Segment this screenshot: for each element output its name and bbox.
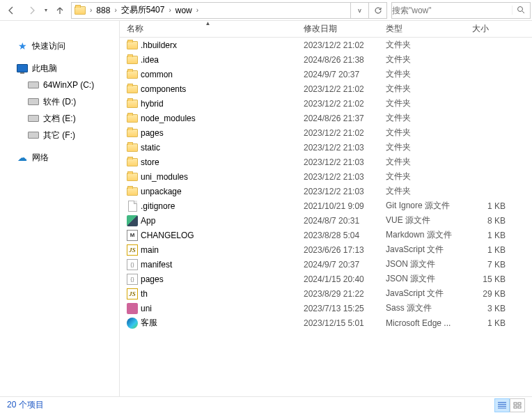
svg-rect-4 <box>518 406 521 408</box>
file-type-icon <box>127 84 138 95</box>
back-button[interactable] <box>1 1 21 20</box>
file-row[interactable]: MCHANGELOG2023/8/28 5:04Markdown 源文件1 KB <box>120 228 532 242</box>
chevron-right-icon[interactable]: › <box>113 6 118 14</box>
file-type-icon: {} <box>127 274 138 285</box>
file-date: 2023/12/2 21:02 <box>297 128 379 138</box>
address-bar[interactable]: › 888 › 交易所5407 › wow › v <box>71 2 387 19</box>
file-type-icon: {} <box>127 259 138 270</box>
sidebar-drive[interactable]: 64WinXP (C:) <box>0 77 119 93</box>
file-name: .hbuilderx <box>141 40 177 50</box>
file-type-icon <box>127 98 138 109</box>
svg-rect-3 <box>514 406 517 408</box>
search-icon[interactable] <box>512 6 530 15</box>
file-row[interactable]: components2023/12/2 21:02文件夹 <box>120 81 532 96</box>
file-row[interactable]: common2024/9/7 20:37文件夹 <box>120 67 532 81</box>
sidebar-drive[interactable]: 其它 (F:) <box>0 127 119 143</box>
file-row[interactable]: JSmain2023/6/26 17:13JavaScript 文件1 KB <box>120 242 532 257</box>
file-type-icon <box>127 201 138 212</box>
refresh-icon[interactable] <box>368 3 386 18</box>
file-date: 2024/1/15 20:40 <box>297 274 379 284</box>
column-label: 名称 <box>127 23 143 35</box>
file-type-icon: JS <box>127 288 138 299</box>
file-list: .hbuilderx2023/12/2 21:02文件夹.idea2024/8/… <box>120 38 532 396</box>
file-type-icon: JS <box>127 244 138 256</box>
sidebar-item-label: 软件 (D:) <box>43 96 76 108</box>
breadcrumb[interactable]: wow <box>173 3 195 18</box>
file-row[interactable]: node_modules2024/8/26 21:37文件夹 <box>120 111 532 125</box>
file-date: 2023/12/2 21:03 <box>297 172 379 182</box>
file-row[interactable]: pages2023/12/2 21:02文件夹 <box>120 125 532 140</box>
file-date: 2023/8/29 21:22 <box>297 289 379 299</box>
sidebar-drive[interactable]: 软件 (D:) <box>0 93 119 110</box>
dropdown-icon[interactable]: v <box>350 3 368 18</box>
file-date: 2023/8/28 5:04 <box>297 231 379 240</box>
chevron-right-icon[interactable]: › <box>167 6 172 14</box>
file-row[interactable]: unpackage2023/12/2 21:03文件夹 <box>120 184 532 198</box>
file-date: 2024/8/7 20:31 <box>297 216 379 226</box>
file-name: hybrid <box>141 99 164 109</box>
column-header-size[interactable]: 大小 <box>465 21 514 37</box>
forward-button[interactable] <box>22 1 42 20</box>
file-row[interactable]: uni2023/7/13 15:25Sass 源文件3 KB <box>120 301 532 315</box>
file-row[interactable]: JSth2023/8/29 21:22JavaScript 文件29 KB <box>120 286 532 301</box>
file-type: JavaScript 文件 <box>379 244 465 256</box>
drive-icon <box>28 79 39 91</box>
sort-asc-icon: ▲ <box>205 21 211 26</box>
search-box[interactable] <box>391 2 531 19</box>
file-row[interactable]: store2023/12/2 21:03文件夹 <box>120 155 532 169</box>
drive-icon <box>28 96 39 107</box>
column-header-type[interactable]: 类型 <box>379 21 465 37</box>
breadcrumb[interactable]: 交易所5407 <box>118 3 168 18</box>
file-name: node_modules <box>141 114 196 123</box>
file-row[interactable]: {}pages2024/1/15 20:40JSON 源文件15 KB <box>120 272 532 286</box>
file-row[interactable]: uni_modules2023/12/2 21:03文件夹 <box>120 169 532 184</box>
file-name: pages <box>141 274 164 284</box>
chevron-right-icon[interactable]: › <box>88 6 93 14</box>
file-type: 文件夹 <box>379 39 465 51</box>
svg-rect-2 <box>518 403 521 405</box>
file-row[interactable]: .idea2024/8/26 21:38文件夹 <box>120 52 532 67</box>
this-pc[interactable]: 此电脑 <box>0 60 119 77</box>
breadcrumb[interactable]: 888 <box>93 3 113 18</box>
file-type: 文件夹 <box>379 141 465 153</box>
view-mode-toggle <box>494 398 525 412</box>
column-header-name[interactable]: 名称 ▲ <box>120 21 297 37</box>
file-name: App <box>141 216 155 226</box>
file-type-icon <box>127 303 138 314</box>
quick-access[interactable]: ★ 快速访问 <box>0 38 119 54</box>
file-size: 29 KB <box>465 289 514 299</box>
file-type-icon <box>127 69 138 80</box>
file-name: unpackage <box>141 187 182 196</box>
file-name: 客服 <box>141 317 157 329</box>
file-type: 文件夹 <box>379 54 465 65</box>
file-row[interactable]: static2023/12/2 21:03文件夹 <box>120 140 532 155</box>
file-list-pane: 名称 ▲ 修改日期 类型 大小 .hbuilderx2023/12/2 21:0… <box>120 21 532 396</box>
history-dropdown-icon[interactable]: ▾ <box>43 7 49 13</box>
file-name: static <box>141 143 160 153</box>
network[interactable]: ☁ 网络 <box>0 149 119 166</box>
search-input[interactable] <box>392 6 512 15</box>
file-date: 2024/9/7 20:37 <box>297 70 379 79</box>
sidebar-drive[interactable]: 文档 (E:) <box>0 110 119 127</box>
file-row[interactable]: hybrid2023/12/2 21:02文件夹 <box>120 96 532 111</box>
column-header-date[interactable]: 修改日期 <box>297 21 379 37</box>
file-type-icon <box>127 142 138 153</box>
file-type: 文件夹 <box>379 156 465 168</box>
file-date: 2021/10/21 9:09 <box>297 201 379 211</box>
file-size: 15 KB <box>465 274 514 284</box>
file-row[interactable]: .gitignore2021/10/21 9:09Git Ignore 源文件1… <box>120 198 532 213</box>
file-type: JavaScript 文件 <box>379 288 465 299</box>
up-button[interactable] <box>50 1 70 20</box>
file-type: JSON 源文件 <box>379 273 465 285</box>
file-row[interactable]: App2024/8/7 20:31VUE 源文件8 KB <box>120 213 532 228</box>
large-icons-view-button[interactable] <box>510 398 525 412</box>
file-row[interactable]: {}manifest2024/9/7 20:37JSON 源文件7 KB <box>120 257 532 272</box>
details-view-button[interactable] <box>494 398 510 412</box>
file-row[interactable]: .hbuilderx2023/12/2 21:02文件夹 <box>120 38 532 52</box>
file-type-icon: M <box>127 230 138 241</box>
file-type: Sass 源文件 <box>379 302 465 314</box>
sidebar-item-label: 网络 <box>32 152 49 164</box>
sidebar-item-label: 快速访问 <box>32 40 65 52</box>
file-row[interactable]: 客服2023/12/15 5:01Microsoft Edge ...1 KB <box>120 315 532 330</box>
chevron-right-icon[interactable]: › <box>195 6 200 14</box>
